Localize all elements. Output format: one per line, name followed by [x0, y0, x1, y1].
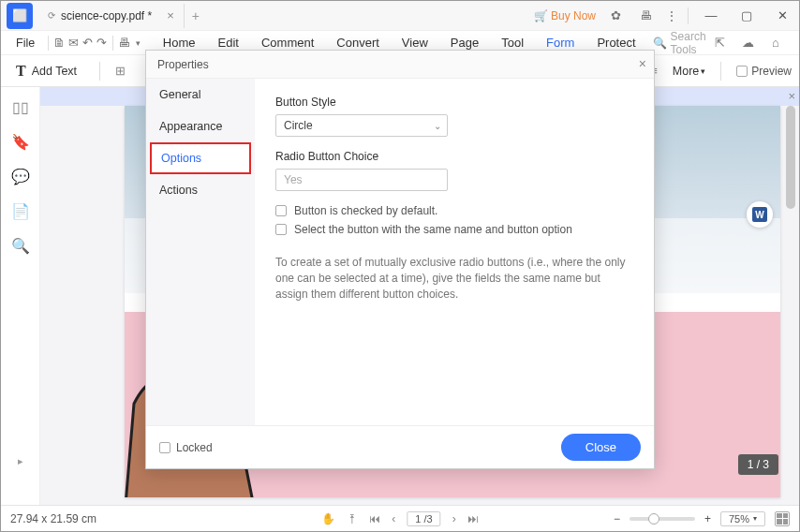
help-text: To create a set of mutually exclusive ra…	[275, 255, 631, 302]
menu-tool[interactable]: Tool	[490, 36, 535, 50]
close-window-button[interactable]: ✕	[769, 8, 795, 22]
page-nav: ✋ ⭱ ⏮ ‹ 1 /3 › ⏭	[321, 511, 478, 526]
first-page-icon[interactable]: ⏮	[369, 512, 380, 525]
locked-toggle[interactable]: Locked	[159, 441, 213, 454]
preview-toggle[interactable]: Preview	[736, 65, 792, 78]
search-icon[interactable]: 🔍	[11, 237, 30, 255]
chevron-down-icon: ▾	[753, 514, 757, 523]
zoom-value: 75%	[729, 513, 749, 525]
tab-general[interactable]: General	[146, 79, 255, 111]
divider	[112, 36, 113, 51]
dialog-title: Properties	[157, 58, 209, 71]
maximize-button[interactable]: ▢	[733, 8, 760, 22]
tab-close-icon[interactable]: ×	[167, 8, 174, 22]
more-button[interactable]: More ▾	[673, 65, 705, 78]
page-number-input[interactable]: 1 /3	[407, 511, 440, 526]
attachment-icon[interactable]: 📄	[11, 202, 30, 220]
kebab-menu-icon[interactable]: ⋮	[665, 8, 678, 23]
checkbox-icon	[736, 66, 748, 77]
zoom-in-icon[interactable]: +	[704, 512, 711, 525]
same-name-label: Select the button with the same name and…	[294, 223, 572, 236]
locked-label: Locked	[176, 441, 213, 454]
buy-label: Buy Now	[551, 9, 596, 22]
mail-icon[interactable]: ✉	[67, 33, 81, 53]
menu-form[interactable]: Form	[535, 36, 585, 50]
select-tool-icon[interactable]: ⭱	[347, 512, 358, 525]
document-tab[interactable]: ⟳ science-copy.pdf * ×	[38, 4, 185, 28]
fit-view-icon[interactable]	[775, 511, 790, 526]
tab-title: science-copy.pdf *	[61, 9, 152, 22]
dialog-sidebar: General Appearance Options Actions	[146, 79, 255, 425]
search-tools[interactable]: 🔍 Search Tools	[653, 30, 709, 56]
last-page-icon[interactable]: ⏭	[467, 512, 479, 525]
status-bar: 27.94 x 21.59 cm ✋ ⭱ ⏮ ‹ 1 /3 › ⏭ − + 75…	[1, 505, 799, 531]
word-export-badge[interactable]: W	[747, 201, 773, 228]
titlebar: ⬜ ⟳ science-copy.pdf * × + 🛒 Buy Now ✿ 🖶…	[1, 1, 799, 31]
menu-protect[interactable]: Protect	[585, 36, 646, 50]
checked-default-row[interactable]: Button is checked by default.	[275, 204, 633, 217]
gift-icon[interactable]: ✿	[605, 6, 626, 26]
dialog-close-icon[interactable]: ×	[639, 56, 646, 71]
tab-appearance[interactable]: Appearance	[146, 111, 255, 142]
cloud-icon[interactable]: ☁	[737, 33, 758, 53]
tab-options[interactable]: Options	[150, 142, 251, 174]
bookmark-icon[interactable]: 🔖	[11, 133, 30, 151]
chevron-down-icon[interactable]: ▾	[131, 33, 145, 53]
new-tab-button[interactable]: +	[192, 8, 200, 23]
radio-choice-value: Yes	[284, 173, 303, 186]
page-counter: 1 / 3	[738, 454, 778, 475]
menu-convert[interactable]: Convert	[325, 36, 391, 50]
divider	[720, 62, 721, 81]
word-icon: W	[752, 207, 767, 222]
minimize-button[interactable]: —	[698, 8, 724, 22]
divider	[99, 62, 100, 81]
thumbnails-icon[interactable]: ▯▯	[12, 98, 29, 116]
chevron-down-icon: ▾	[701, 66, 705, 76]
text-icon: T	[16, 63, 26, 80]
file-menu[interactable]: File	[7, 37, 44, 50]
divider	[688, 7, 689, 24]
preview-label: Preview	[751, 65, 792, 78]
same-name-row[interactable]: Select the button with the same name and…	[275, 223, 633, 236]
checkbox-icon	[275, 224, 287, 235]
share-icon[interactable]: ⇱	[709, 33, 730, 53]
dialog-titlebar: Properties ×	[146, 51, 654, 79]
scrollbar[interactable]	[786, 106, 795, 209]
print-icon[interactable]: 🖶	[117, 33, 131, 53]
info-bar-close-icon[interactable]: ×	[788, 89, 795, 103]
menu-page[interactable]: Page	[439, 36, 490, 50]
zoom-select[interactable]: 75% ▾	[720, 511, 765, 526]
close-button[interactable]: Close	[561, 434, 641, 461]
radio-choice-input[interactable]: Yes	[275, 169, 448, 191]
slider-thumb[interactable]	[648, 513, 659, 525]
comment-icon[interactable]: 💬	[11, 168, 30, 185]
properties-dialog: Properties × General Appearance Options …	[145, 50, 655, 469]
zoom-out-icon[interactable]: −	[614, 512, 620, 525]
more-label: More	[673, 65, 699, 78]
undo-icon[interactable]: ↶	[81, 33, 95, 53]
checked-default-label: Button is checked by default.	[294, 204, 437, 217]
left-nav: ▯▯ 🔖 💬 📄 🔍 ▸	[1, 87, 40, 505]
search-placeholder: Search Tools	[671, 30, 709, 56]
menu-edit[interactable]: Edit	[207, 36, 250, 50]
hand-tool-icon[interactable]: ✋	[321, 512, 335, 525]
menu-comment[interactable]: Comment	[250, 36, 325, 50]
add-text-button[interactable]: T Add Text	[8, 63, 84, 80]
expand-icon[interactable]: ▸	[18, 455, 23, 467]
buy-now-link[interactable]: 🛒 Buy Now	[534, 9, 596, 22]
menu-view[interactable]: View	[391, 36, 439, 50]
chevron-down-icon: ⌄	[434, 121, 441, 131]
redo-icon[interactable]: ↷	[95, 33, 109, 53]
tab-actions[interactable]: Actions	[146, 174, 255, 206]
form-tool-icon[interactable]: ⊞	[115, 64, 126, 78]
zoom-slider[interactable]	[630, 517, 695, 521]
add-text-label: Add Text	[32, 65, 77, 78]
save-icon[interactable]: 🗎	[52, 33, 67, 53]
menu-home[interactable]: Home	[152, 36, 207, 50]
button-style-select[interactable]: Circle ⌄	[275, 114, 448, 137]
prev-page-icon[interactable]: ‹	[392, 512, 395, 525]
next-page-icon[interactable]: ›	[452, 512, 456, 525]
print-icon[interactable]: 🖶	[635, 6, 656, 26]
cart-icon: 🛒	[534, 9, 548, 22]
home-icon[interactable]: ⌂	[765, 33, 786, 53]
